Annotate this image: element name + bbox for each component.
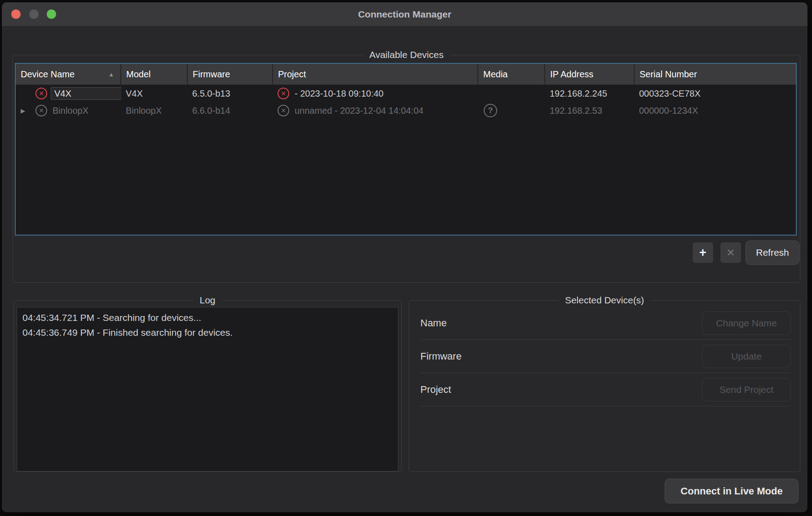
- column-header-label: Media: [483, 69, 508, 80]
- devices-table-header: Device Name ▲ Model Firmware Project Med…: [16, 64, 796, 85]
- column-header-media[interactable]: Media: [478, 64, 545, 85]
- project-text: unnamed - 2023-12-04 14:04:04: [295, 106, 424, 116]
- name-field-row: Name Change Name: [420, 307, 791, 340]
- log-label: Log: [193, 295, 221, 306]
- firmware-cell: 6.6.0-b14: [188, 102, 273, 119]
- project-text: - 2023-10-18 09:10:40: [295, 89, 384, 99]
- serial-number-cell: 000000-1234X: [635, 102, 796, 119]
- remove-device-button: ✕: [720, 242, 741, 263]
- column-header-label: Serial Number: [640, 69, 697, 80]
- device-name-input[interactable]: [51, 87, 121, 100]
- device-name-cell: ✕: [16, 85, 121, 102]
- serial-number-cell: 000323-CE78X: [635, 85, 796, 102]
- log-output[interactable]: 04:45:34.721 PM - Searching for devices.…: [17, 307, 398, 472]
- project-error-icon: ✕: [278, 105, 289, 116]
- device-name-text: BinloopX: [53, 106, 88, 116]
- ip-address-cell: 192.168.2.245: [545, 85, 635, 102]
- column-header-label: Model: [126, 69, 150, 80]
- disconnected-status-icon: ✕: [35, 88, 47, 99]
- screen: Connection Manager Available Devices Dev…: [0, 0, 812, 516]
- project-error-icon: ✕: [278, 88, 289, 99]
- expand-row-icon[interactable]: ▶: [21, 107, 25, 114]
- project-cell: ✕ unnamed - 2023-12-04 14:04:04: [273, 102, 478, 119]
- project-cell: ✕ - 2023-10-18 09:10:40: [273, 85, 478, 102]
- log-line: 04:45:34.721 PM - Searching for devices.…: [17, 310, 398, 325]
- firmware-field-row: Firmware Update: [420, 340, 791, 373]
- name-field-label: Name: [420, 317, 447, 329]
- media-unknown-icon: ?: [484, 104, 497, 117]
- model-cell: V4X: [121, 85, 188, 102]
- add-device-button[interactable]: +: [692, 242, 714, 263]
- sort-ascending-icon: ▲: [108, 71, 114, 78]
- update-firmware-button: Update: [702, 345, 791, 368]
- title-bar: Connection Manager: [2, 2, 808, 27]
- devices-table: Device Name ▲ Model Firmware Project Med…: [15, 63, 797, 236]
- log-line: 04:45:36.749 PM - Finished searching for…: [17, 325, 398, 340]
- column-header-firmware[interactable]: Firmware: [188, 64, 273, 85]
- selected-devices-label: Selected Device(s): [559, 295, 650, 306]
- connection-manager-window: Connection Manager Available Devices Dev…: [2, 2, 808, 512]
- firmware-cell: 6.5.0-b13: [188, 85, 273, 102]
- column-header-project[interactable]: Project: [273, 64, 478, 85]
- column-header-model[interactable]: Model: [121, 64, 188, 85]
- column-header-serial-number[interactable]: Serial Number: [635, 64, 796, 85]
- project-field-row: Project Send Project: [420, 373, 791, 406]
- column-header-ip-address[interactable]: IP Address: [545, 64, 635, 85]
- column-header-label: Project: [278, 69, 306, 80]
- send-project-button: Send Project: [702, 378, 791, 401]
- change-name-button: Change Name: [702, 311, 791, 335]
- device-row-v4x[interactable]: ✕ V4X 6.5.0-b13 ✕ - 2023-10-18 09:10:40 …: [16, 85, 796, 102]
- log-group: Log 04:45:34.721 PM - Searching for devi…: [13, 300, 402, 472]
- media-cell: [478, 85, 545, 102]
- device-name-cell: ▶ ✕ BinloopX: [16, 102, 121, 119]
- firmware-field-label: Firmware: [420, 351, 462, 362]
- available-devices-group: Available Devices Device Name ▲ Model Fi…: [13, 55, 800, 283]
- media-cell: ?: [478, 102, 545, 119]
- column-header-label: IP Address: [550, 69, 593, 80]
- window-title: Connection Manager: [2, 2, 808, 26]
- project-field-label: Project: [420, 384, 451, 396]
- column-header-label: Device Name: [21, 69, 75, 80]
- model-cell: BinloopX: [121, 102, 188, 119]
- column-header-label: Firmware: [193, 69, 230, 80]
- disconnected-status-icon: ✕: [35, 105, 47, 116]
- device-row-binloopx[interactable]: ▶ ✕ BinloopX BinloopX 6.6.0-b14 ✕ unname…: [16, 102, 796, 119]
- refresh-button[interactable]: Refresh: [746, 240, 799, 265]
- connect-live-mode-button[interactable]: Connect in Live Mode: [665, 479, 799, 503]
- column-header-device-name[interactable]: Device Name ▲: [16, 64, 121, 85]
- ip-address-cell: 192.168.2.53: [545, 102, 635, 119]
- available-devices-label: Available Devices: [363, 49, 450, 60]
- selected-devices-group: Selected Device(s) Name Change Name Firm…: [409, 300, 800, 472]
